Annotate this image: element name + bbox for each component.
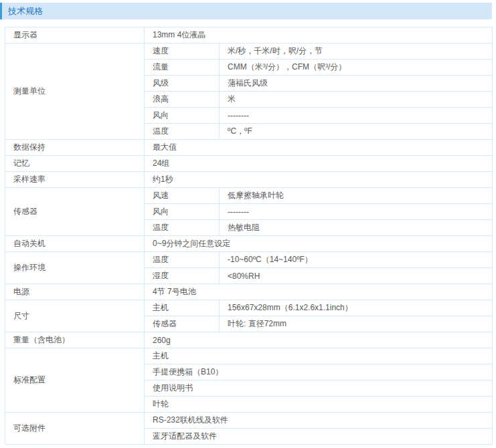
table-row: 标准配置 主机 bbox=[5, 348, 493, 364]
spec-value: 热敏电阻 bbox=[220, 220, 493, 236]
spec-value: -------- bbox=[220, 108, 493, 124]
table-row: 采样速率 约1秒 bbox=[5, 172, 493, 188]
spec-table: 显示器 13mm 4位液晶 测量单位 速度 米/秒，千米/时，呎/分，节 流量 … bbox=[5, 27, 493, 445]
spec-subcategory: 风级 bbox=[145, 76, 220, 92]
table-row: 重量（含电池） 260g bbox=[5, 332, 493, 348]
section-header: 技术规格 bbox=[0, 3, 492, 19]
spec-value: 主机 bbox=[145, 348, 493, 364]
spec-label: 操作环境 bbox=[5, 252, 145, 284]
spec-label: 电源 bbox=[5, 284, 145, 300]
spec-label: 采样速率 bbox=[5, 172, 145, 188]
spec-value: 蒲福氏风级 bbox=[220, 76, 493, 92]
spec-value: 156x67x28mm（6.1x2.6x1.1inch） bbox=[220, 300, 493, 316]
spec-label: 显示器 bbox=[5, 27, 145, 43]
spec-label: 测量单位 bbox=[5, 43, 145, 140]
table-row: 记忆 24组 bbox=[5, 156, 493, 172]
spec-value: <80%RH bbox=[220, 268, 493, 284]
spec-subcategory: 风速 bbox=[145, 188, 220, 204]
spec-label: 记忆 bbox=[5, 156, 145, 172]
spec-subcategory: 浪高 bbox=[145, 92, 220, 108]
spec-value: 米 bbox=[220, 92, 493, 108]
spec-value: ºC，ºF bbox=[220, 124, 493, 140]
spec-value: 叶轮 bbox=[145, 397, 493, 413]
spec-subcategory: 风向 bbox=[145, 108, 220, 124]
spec-value: 13mm 4位液晶 bbox=[145, 27, 493, 43]
spec-value: -10~60ºC（14~140ºF） bbox=[220, 252, 493, 268]
spec-value: RS-232联机线及软件 bbox=[145, 413, 493, 429]
spec-value: 米/秒，千米/时，呎/分，节 bbox=[220, 43, 493, 60]
spec-value: 低摩擦轴承叶轮 bbox=[220, 188, 493, 204]
page: { "page": { "section_title": "技术规格" }, "… bbox=[0, 0, 496, 448]
table-row: 传感器 风速 低摩擦轴承叶轮 bbox=[5, 188, 493, 204]
spec-subcategory: 温度 bbox=[145, 252, 220, 268]
spec-value: 蓝牙适配器及软件 bbox=[145, 429, 493, 445]
table-row: 操作环境 温度 -10~60ºC（14~140ºF） bbox=[5, 252, 493, 268]
spec-value: 最大值 bbox=[145, 140, 493, 156]
spec-value: CMM（米³/分），CFM（呎³/分） bbox=[220, 60, 493, 76]
table-row: 测量单位 速度 米/秒，千米/时，呎/分，节 bbox=[5, 43, 493, 60]
spec-value: 0~9分钟之间任意设定 bbox=[145, 236, 493, 252]
spec-subcategory: 速度 bbox=[145, 43, 220, 60]
section-title: 技术规格 bbox=[8, 6, 43, 16]
spec-value: 24组 bbox=[145, 156, 493, 172]
spec-value: -------- bbox=[220, 204, 493, 220]
spec-subcategory: 温度 bbox=[145, 124, 220, 140]
table-row: 数据保持 最大值 bbox=[5, 140, 493, 156]
spec-label: 可选附件 bbox=[5, 413, 145, 445]
spec-value: 260g bbox=[145, 332, 493, 348]
spec-value: 约1秒 bbox=[145, 172, 493, 188]
spec-subcategory: 流量 bbox=[145, 60, 220, 76]
spec-subcategory: 传感器 bbox=[145, 316, 220, 332]
spec-value: 叶轮: 直径72mm bbox=[220, 316, 493, 332]
spec-subcategory: 湿度 bbox=[145, 268, 220, 284]
table-row: 尺寸 主机 156x67x28mm（6.1x2.6x1.1inch） bbox=[5, 300, 493, 316]
spec-label: 重量（含电池） bbox=[5, 332, 145, 348]
table-row: 显示器 13mm 4位液晶 bbox=[5, 27, 493, 43]
table-row: 电源 4节 7号电池 bbox=[5, 284, 493, 300]
table-row: 可选附件 RS-232联机线及软件 bbox=[5, 413, 493, 429]
spec-label: 尺寸 bbox=[5, 300, 145, 332]
spec-subcategory: 温度 bbox=[145, 220, 220, 236]
spec-subcategory: 主机 bbox=[145, 300, 220, 316]
spec-value: 手提便携箱（B10） bbox=[145, 364, 493, 380]
spec-label: 自动关机 bbox=[5, 236, 145, 252]
spec-label: 传感器 bbox=[5, 188, 145, 236]
spec-value: 使用说明书 bbox=[145, 380, 493, 397]
spec-subcategory: 风向 bbox=[145, 204, 220, 220]
spec-label: 标准配置 bbox=[5, 348, 145, 413]
spec-label: 数据保持 bbox=[5, 140, 145, 156]
table-row: 自动关机 0~9分钟之间任意设定 bbox=[5, 236, 493, 252]
spec-value: 4节 7号电池 bbox=[145, 284, 493, 300]
